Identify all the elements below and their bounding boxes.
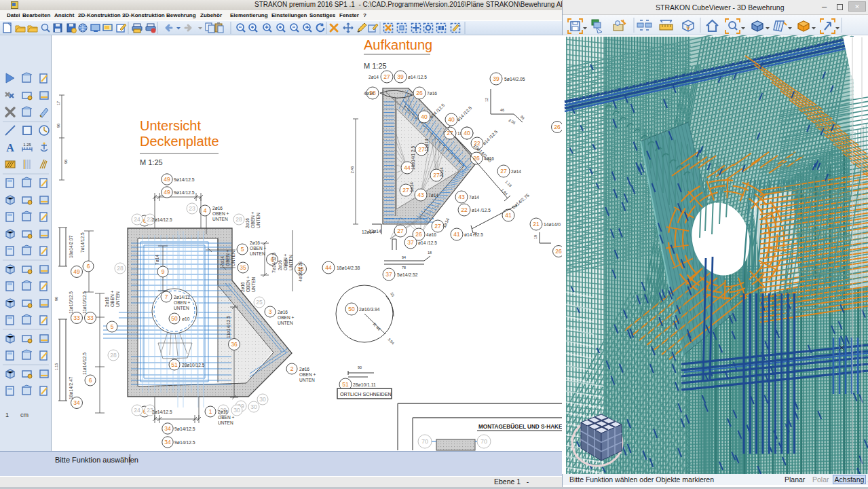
- svg-text:0ø14/2.75: 0ø14/2.75: [511, 193, 530, 210]
- svg-text:OBEN +: OBEN +: [299, 372, 316, 377]
- svg-text:49: 49: [164, 189, 170, 196]
- svg-text:94: 94: [402, 255, 406, 259]
- svg-text:28: 28: [117, 265, 124, 272]
- svg-text:3.94: 3.94: [387, 337, 395, 345]
- svg-text:7ø16: 7ø16: [427, 91, 437, 96]
- svg-text:96: 96: [54, 297, 58, 301]
- svg-text:ø14 /12.5: ø14 /12.5: [472, 208, 491, 213]
- svg-text:2ø16: 2ø16: [245, 218, 250, 228]
- svg-text:9ø14/12.5: 9ø14/12.5: [174, 427, 195, 431]
- svg-text:2.05: 2.05: [508, 118, 516, 126]
- svg-text:25: 25: [256, 299, 263, 306]
- svg-text:12ø14: 12ø14: [362, 230, 375, 234]
- svg-text:9ø14/12.5: 9ø14/12.5: [174, 440, 195, 445]
- svg-text:34: 34: [164, 425, 171, 432]
- svg-text:30: 30: [250, 403, 257, 410]
- svg-text:18: 18: [428, 251, 432, 255]
- svg-text:11ø10/12.5: 11ø10/12.5: [69, 291, 73, 314]
- svg-text:5: 5: [241, 246, 244, 253]
- svg-text:UNTEN: UNTEN: [251, 277, 256, 292]
- svg-text:41: 41: [505, 212, 512, 219]
- svg-text:26: 26: [473, 155, 480, 162]
- svg-text:OBEN +: OBEN +: [246, 276, 250, 292]
- svg-text:ø14 /12.5: ø14 /12.5: [456, 105, 473, 122]
- svg-text:49: 49: [73, 268, 80, 275]
- svg-text:2ø14: 2ø14: [439, 167, 444, 177]
- svg-text:1ø14: 1ø14: [409, 182, 414, 192]
- svg-text:7ø14: 7ø14: [220, 256, 225, 266]
- svg-text:55: 55: [390, 292, 395, 297]
- svg-text:2: 2: [290, 365, 294, 372]
- svg-text:4ø16/1.28: 4ø16/1.28: [298, 261, 303, 282]
- svg-text:2ø16: 2ø16: [105, 297, 109, 307]
- svg-text:27: 27: [383, 73, 390, 80]
- svg-text:33: 33: [87, 314, 94, 321]
- svg-text:UNTEN: UNTEN: [278, 321, 293, 325]
- svg-text:ø14 /12.5: ø14 /12.5: [429, 103, 446, 120]
- svg-text:V: V: [686, 25, 690, 31]
- svg-text:UNTEN: UNTEN: [256, 213, 261, 228]
- svg-text:2ø10/3.94: 2ø10/3.94: [359, 307, 380, 312]
- svg-text:39: 39: [493, 75, 499, 82]
- svg-text:22: 22: [461, 206, 468, 213]
- svg-text:27: 27: [447, 130, 453, 137]
- svg-text:Untersicht: Untersicht: [140, 118, 201, 133]
- svg-text:37: 37: [385, 271, 392, 278]
- svg-text:96: 96: [56, 124, 60, 128]
- svg-text:96: 96: [64, 160, 68, 164]
- svg-text:40: 40: [448, 116, 455, 123]
- svg-text:3: 3: [269, 308, 272, 315]
- svg-text:21: 21: [533, 221, 540, 228]
- svg-text:36: 36: [231, 341, 238, 348]
- svg-text:Deckenplatte: Deckenplatte: [140, 134, 219, 149]
- svg-text:40: 40: [464, 130, 470, 137]
- svg-text:44: 44: [404, 164, 411, 171]
- svg-text:1.15: 1.15: [54, 363, 58, 371]
- svg-text:5: 5: [111, 323, 114, 330]
- svg-text:M 1:25: M 1:25: [364, 62, 387, 70]
- svg-text:1.28: 1.28: [284, 259, 288, 266]
- svg-text:cm: cm: [20, 412, 29, 418]
- svg-text:ÖRTLICH SCHNEIDEN: ÖRTLICH SCHNEIDEN: [340, 391, 392, 397]
- svg-text:5ø14/2.52: 5ø14/2.52: [397, 272, 418, 277]
- svg-text:2ø16: 2ø16: [299, 367, 309, 372]
- svg-text:34: 34: [164, 439, 171, 446]
- svg-text:OBEN +: OBEN +: [212, 211, 229, 216]
- svg-text:2ø16: 2ø16: [278, 310, 288, 314]
- svg-text:30: 30: [259, 396, 266, 403]
- svg-text:5ø14/2.05: 5ø14/2.05: [504, 77, 525, 82]
- svg-text:30: 30: [519, 114, 525, 120]
- svg-text:39: 39: [397, 73, 404, 80]
- svg-text:4ø14: 4ø14: [364, 91, 374, 96]
- svg-text:28: 28: [235, 216, 242, 223]
- svg-text:78: 78: [402, 266, 406, 270]
- svg-text:9: 9: [162, 268, 165, 275]
- svg-text:Aufkantung: Aufkantung: [364, 37, 432, 52]
- svg-text:ø14 /12.5: ø14 /12.5: [408, 75, 427, 79]
- svg-text:14ø14/0: 14ø14/0: [544, 222, 561, 227]
- svg-text:43: 43: [458, 194, 465, 200]
- svg-text:UNTEN: UNTEN: [250, 251, 265, 256]
- svg-text:1: 1: [5, 412, 9, 418]
- svg-text:2ø16: 2ø16: [218, 410, 228, 414]
- svg-text:90: 90: [358, 365, 362, 369]
- svg-text:12: 12: [485, 98, 489, 102]
- svg-text:ø10: ø10: [182, 316, 190, 321]
- svg-text:18ø14/1 2.5: 18ø14/1 2.5: [411, 145, 415, 170]
- svg-text:OBEN +: OBEN +: [174, 300, 191, 305]
- svg-text:2ø16: 2ø16: [278, 260, 282, 270]
- svg-text:2ø14/12.5: 2ø14/12.5: [152, 410, 172, 414]
- svg-text:UNTEN: UNTEN: [218, 420, 233, 425]
- svg-text:2ø14/12.5: 2ø14/12.5: [152, 217, 172, 222]
- svg-text:1.94: 1.94: [500, 187, 508, 196]
- svg-text:2ø16: 2ø16: [212, 206, 223, 211]
- svg-text:7ø14/12.5: 7ø14/12.5: [80, 232, 85, 253]
- svg-text:27: 27: [397, 228, 404, 234]
- svg-text:7: 7: [165, 293, 168, 300]
- svg-text:46: 46: [500, 108, 504, 112]
- svg-text:6: 6: [87, 263, 90, 270]
- svg-text:UNTEN: UNTEN: [299, 378, 315, 382]
- svg-text:27: 27: [500, 168, 507, 175]
- svg-text:OBEN +: OBEN +: [278, 315, 295, 320]
- svg-text:2ø14/12: 2ø14/12: [174, 295, 191, 300]
